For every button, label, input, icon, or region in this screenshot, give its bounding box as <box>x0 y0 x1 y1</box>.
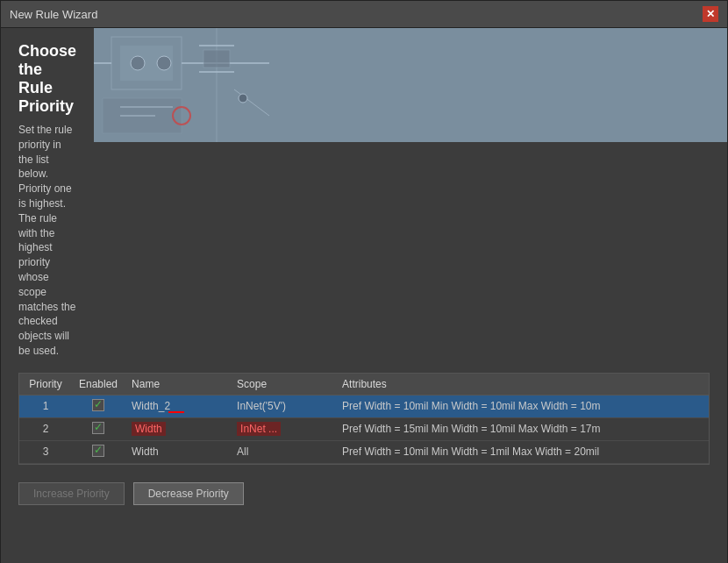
table-row[interactable]: 3 Width All Pref Width = 10mil Min Width… <box>19 440 709 463</box>
priority-buttons-area: Increase Priority Decrease Priority <box>1 482 727 519</box>
decrease-priority-button[interactable]: Decrease Priority <box>133 482 244 505</box>
dialog-window: New Rule Wizard ✕ Choose the Rule Priori… <box>0 0 728 563</box>
header-area: Choose the Rule Priority Set the rule pr… <box>1 28 727 373</box>
svg-point-12 <box>239 94 247 103</box>
row2-attrs: Pref Width = 15mil Min Width = 10mil Max… <box>335 417 709 440</box>
row3-priority: 3 <box>19 440 72 463</box>
cursor-overlay <box>132 398 184 416</box>
increase-priority-button[interactable]: Increase Priority <box>18 482 125 505</box>
row1-attrs: Pref Width = 10mil Min Width = 10mil Max… <box>335 395 709 417</box>
table-row[interactable]: 2 Width InNet ... Pref Width = 15mil Min… <box>19 417 709 440</box>
row3-name: Width <box>125 440 230 463</box>
col-name: Name <box>125 374 230 396</box>
col-scope: Scope <box>230 374 335 396</box>
row3-attrs: Pref Width = 10mil Min Width = 1mil Max … <box>335 440 709 463</box>
close-button[interactable]: ✕ <box>703 6 718 22</box>
empty-space <box>1 519 727 563</box>
dialog-title: New Rule Wizard <box>10 8 97 21</box>
title-bar: New Rule Wizard ✕ <box>1 1 727 28</box>
rules-table: Priority Enabled Name Scope Attributes 1 <box>19 374 709 464</box>
checkbox-icon[interactable] <box>92 399 104 411</box>
page-subtitle: Set the rule priority in the list below.… <box>18 123 76 359</box>
row1-name: Width_2 <box>125 395 230 417</box>
row1-scope: InNet('5V') <box>230 395 335 417</box>
row3-enabled[interactable] <box>72 440 125 463</box>
col-enabled: Enabled <box>72 374 125 396</box>
svg-point-6 <box>157 56 171 70</box>
table-row[interactable]: 1 Width_2 <box>19 395 709 417</box>
row1-priority: 1 <box>19 395 72 417</box>
row2-scope: InNet ... <box>230 417 335 440</box>
row2-name: Width <box>125 417 230 440</box>
table-header-row: Priority Enabled Name Scope Attributes <box>19 374 709 396</box>
col-attributes: Attributes <box>335 374 709 396</box>
pcb-image <box>94 28 727 142</box>
row2-priority: 2 <box>19 417 72 440</box>
checkbox-icon[interactable] <box>92 445 104 457</box>
row2-enabled[interactable] <box>72 417 125 440</box>
col-priority: Priority <box>19 374 72 396</box>
svg-point-5 <box>131 56 145 70</box>
page-title: Choose the Rule Priority <box>18 42 76 116</box>
content-area: Priority Enabled Name Scope Attributes 1 <box>1 373 727 465</box>
row1-enabled[interactable] <box>72 395 125 417</box>
rules-table-container: Priority Enabled Name Scope Attributes 1 <box>18 373 710 465</box>
checkbox-icon[interactable] <box>92 422 104 434</box>
svg-rect-10 <box>203 50 230 68</box>
row3-scope: All <box>230 440 335 463</box>
